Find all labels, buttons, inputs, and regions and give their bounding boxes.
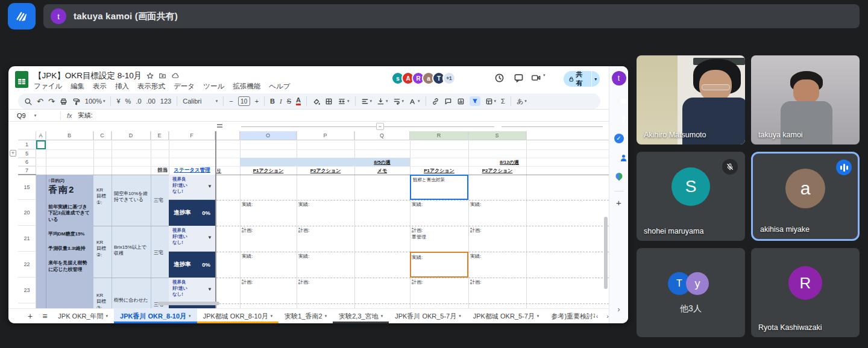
horizontal-scrollbar[interactable] (158, 302, 219, 305)
cell-P20[interactable]: 実績: (298, 201, 309, 208)
tasks-icon[interactable]: ✓ (614, 134, 624, 143)
dropdown-caret-icon[interactable]: ▼ (207, 287, 212, 293)
cell-P23[interactable]: 計画: (298, 279, 309, 285)
cell-P22[interactable]: 実績: (298, 253, 309, 259)
tile-ryota-kashiwazaki[interactable]: R Ryota Kashiwazaki (751, 248, 860, 337)
column-header-partial[interactable] (216, 131, 240, 140)
add-sheet-button[interactable]: + (23, 309, 37, 323)
week1-band[interactable]: 8/5の週 (240, 158, 410, 166)
text-color-button[interactable]: A (296, 97, 301, 105)
borders-icon[interactable] (325, 98, 333, 105)
insert-chart-icon[interactable] (457, 98, 465, 105)
row-header-15[interactable]: 15 (18, 175, 36, 200)
text-wrap-icon[interactable]: ▾ (393, 98, 404, 105)
row-header-6[interactable]: 6 (18, 158, 36, 166)
status-dropdown-kr1[interactable]: 視界良 好!迷い なし!▼ (169, 175, 215, 200)
sheet-tab-3[interactable]: JPK都城 OKR_8-10月▾ (197, 309, 279, 323)
insert-comment-icon[interactable] (444, 98, 452, 105)
meet-camera-icon[interactable]: ▾ (530, 73, 546, 82)
share-button[interactable]: 共有 ▾ (564, 71, 600, 87)
status-dropdown-kr3[interactable]: 視界良 好!迷い なし!▼ (169, 278, 215, 303)
column-header-o[interactable]: O (240, 131, 297, 140)
header-p2-action-week2[interactable]: P2アクション (468, 166, 526, 175)
cell-O20[interactable]: 実績: (242, 201, 253, 208)
column-header-p[interactable]: P (297, 131, 354, 140)
menu-format[interactable]: 表示形式 (137, 82, 165, 91)
cell-name-box[interactable]: Q9▾ (8, 112, 60, 119)
menu-tools[interactable]: ツール (203, 82, 224, 91)
format-currency-button[interactable]: ¥ (116, 98, 120, 105)
version-history-icon[interactable] (494, 73, 505, 83)
cell-S22[interactable]: 実績: (470, 253, 481, 259)
vertical-scrollbar[interactable] (604, 217, 608, 289)
add-addon-button[interactable]: + (616, 197, 621, 208)
collaborator-cursor-R22[interactable] (410, 252, 468, 278)
font-select[interactable]: Calibri▾ (183, 98, 218, 105)
tile-akihisa-miyake[interactable]: a akihisa miyake (751, 152, 860, 241)
column-header-d[interactable]: D (112, 131, 151, 140)
video-tile-takuya-kamoi[interactable]: takuya kamoi (751, 55, 860, 144)
week2-label[interactable]: 8/12の週 (500, 159, 519, 166)
text-rotation-icon[interactable]: ▾ (409, 98, 420, 105)
objective-cell[interactable]: ○目的(2) 香南2 前年実績に基づき下記3点達成できている 平均DM糖度15%… (36, 175, 93, 308)
header-status-management[interactable]: ステータス管理 (169, 166, 215, 175)
vertical-align-icon[interactable]: ▾ (377, 98, 388, 105)
row-header-20[interactable]: 20 (18, 200, 36, 226)
row-header-22[interactable]: 22 (18, 252, 36, 278)
share-dropdown-caret[interactable]: ▾ (591, 71, 600, 87)
formula-input[interactable]: 実績: (78, 111, 93, 120)
grid-corner[interactable] (18, 131, 36, 140)
increase-font-size-button[interactable]: + (255, 98, 259, 105)
app-logo-icon[interactable] (8, 3, 36, 30)
sheet-tab-8[interactable]: 参考)重要検討事項 (545, 309, 594, 323)
google-sheets-icon[interactable] (15, 71, 28, 90)
all-sheets-button[interactable]: ≡ (37, 309, 52, 323)
cell-R21[interactable]: 計画:草管理 (412, 227, 426, 240)
collaborator-cursor-A1[interactable] (36, 140, 46, 149)
dropdown-caret-icon[interactable]: ▼ (207, 184, 212, 190)
cell-P21[interactable]: 計画: (298, 227, 309, 234)
print-icon[interactable] (60, 98, 68, 105)
increase-decimal-button[interactable]: .00 (146, 98, 156, 105)
row-header-21[interactable]: 21 (18, 226, 36, 252)
redo-icon[interactable]: ↷ (48, 97, 55, 106)
column-header-s[interactable]: S (468, 131, 526, 140)
horizontal-align-icon[interactable]: ▾ (361, 98, 373, 105)
menu-extensions[interactable]: 拡張機能 (233, 82, 260, 91)
collapsed-columns-marker[interactable] (217, 124, 222, 129)
sheet-tab-7[interactable]: JPK都城 OKR_5-7月▾ (467, 309, 546, 323)
kr-group-1[interactable]: KR 目標 ①: 開空率10%を維持できている 三宅 (93, 175, 169, 226)
column-header-q[interactable]: Q (354, 131, 410, 140)
progress-cell-kr2[interactable]: 進捗率0% (169, 252, 215, 278)
menu-file[interactable]: ファイル (34, 82, 62, 91)
bold-button[interactable]: B (270, 98, 275, 105)
column-header-a[interactable]: A (36, 131, 46, 140)
sheet-tab-1[interactable]: JPK OKR_年間▾ (52, 309, 114, 323)
row-header-7[interactable]: 7 (18, 166, 36, 175)
selected-cell-R15[interactable]: 観察と害虫対策 (410, 175, 468, 200)
column-header-f[interactable]: F (169, 131, 215, 140)
strikethrough-button[interactable]: S (287, 98, 291, 105)
status-dropdown-kr2[interactable]: 視界良 好!迷い なし!▼ (169, 226, 215, 252)
header-owner[interactable]: 担当 (151, 166, 168, 175)
dropdown-caret-icon[interactable]: ▼ (207, 235, 212, 241)
move-folder-icon[interactable] (159, 72, 166, 79)
cell-S21[interactable]: 計画: (470, 227, 481, 234)
column-header-r[interactable]: R (410, 131, 468, 140)
font-size-input[interactable]: 10 (238, 96, 250, 106)
header-review-clipped[interactable]: り (216, 166, 227, 175)
cell-R20[interactable]: 実績: (412, 201, 423, 208)
column-header-e[interactable]: E (151, 131, 169, 140)
menu-insert[interactable]: 挿入 (115, 82, 129, 91)
filter-button-active[interactable] (470, 96, 480, 106)
zoom-select[interactable]: 100%▾ (85, 98, 105, 105)
cell-S23[interactable]: 計画: (470, 279, 481, 285)
cell-O22[interactable]: 実績: (242, 253, 253, 259)
sheet-tab-2-active[interactable]: JPK香川 OKR_8-10月▾ (114, 309, 197, 323)
header-p1-action-week2[interactable]: P1アクション (410, 166, 468, 175)
star-icon[interactable] (146, 72, 154, 79)
comment-history-icon[interactable] (514, 73, 524, 83)
decrease-font-size-button[interactable]: − (229, 98, 233, 105)
input-method-button[interactable]: あ▾ (517, 97, 527, 106)
cell-R23[interactable]: 計画: (412, 279, 423, 285)
